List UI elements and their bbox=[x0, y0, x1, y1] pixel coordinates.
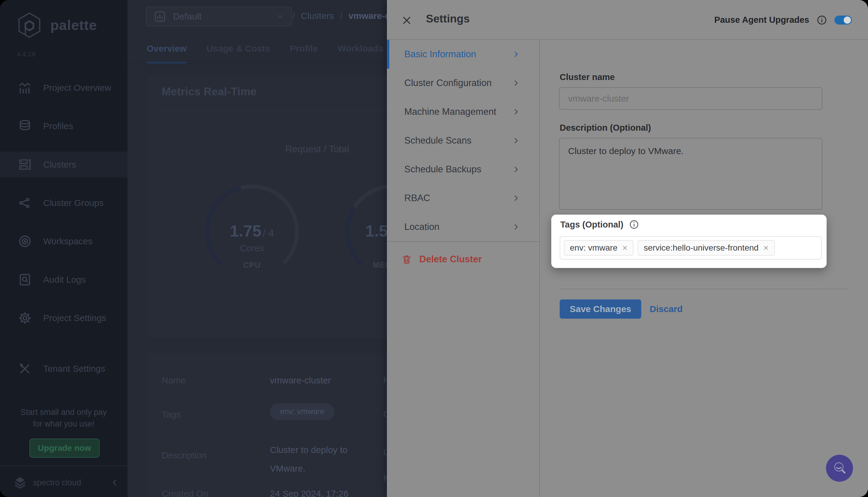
nodes-icon bbox=[18, 196, 32, 210]
pause-agent-upgrades-toggle[interactable] bbox=[835, 16, 852, 25]
tag-chip-text: env: vmware bbox=[570, 243, 618, 253]
sidebar-item-cluster-groups[interactable]: Cluster Groups bbox=[0, 190, 127, 216]
toggle-knob bbox=[844, 16, 851, 24]
sidebar-item-project-settings[interactable]: Project Settings bbox=[0, 305, 127, 331]
tab-profile[interactable]: Profile bbox=[290, 36, 318, 63]
settings-menu-basic-information[interactable]: Basic Information bbox=[387, 40, 539, 69]
sidebar-nav: Project Overview Profiles Clusters Clust… bbox=[0, 75, 127, 394]
tags-label: Tags (Optional) bbox=[560, 220, 624, 230]
tag-chip: service:hello-universe-frontend × bbox=[638, 240, 774, 256]
info-icon[interactable] bbox=[629, 219, 639, 230]
settings-menu-label: Schedule Backups bbox=[404, 164, 481, 175]
collapse-sidebar-icon[interactable] bbox=[110, 478, 120, 488]
settings-menu-schedule-backups[interactable]: Schedule Backups bbox=[387, 155, 539, 184]
settings-menu: Basic Information Cluster Configuration … bbox=[387, 40, 540, 497]
main-content: Default / Clusters / vmware-cluster Over… bbox=[127, 0, 387, 497]
project-selector[interactable]: Default bbox=[146, 6, 292, 26]
remove-tag-icon[interactable]: × bbox=[763, 243, 769, 252]
chevron-right-icon bbox=[512, 194, 521, 203]
sidebar-item-label: Cluster Groups bbox=[43, 198, 104, 208]
close-icon[interactable] bbox=[401, 14, 413, 26]
help-search-fab[interactable] bbox=[826, 455, 853, 482]
detail-label-description: Description bbox=[162, 450, 207, 460]
settings-header: Settings Pause Agent Upgrades bbox=[387, 0, 868, 40]
tab-overview[interactable]: Overview bbox=[147, 36, 186, 63]
palette-logo-icon bbox=[16, 11, 43, 39]
detail-value-name: vmware-cluster bbox=[270, 375, 331, 385]
sidebar-item-audit-logs[interactable]: Audit Logs bbox=[0, 267, 127, 293]
remove-tag-icon[interactable]: × bbox=[622, 243, 628, 252]
trash-icon bbox=[401, 254, 412, 265]
description-label: Description (Optional) bbox=[560, 123, 651, 133]
tab-workloads[interactable]: Workloads bbox=[338, 36, 383, 63]
settings-menu-label: Basic Information bbox=[404, 49, 476, 60]
sidebar-item-label: Audit Logs bbox=[43, 274, 86, 285]
settings-title: Settings bbox=[426, 13, 470, 25]
bar-chart-icon bbox=[18, 81, 32, 95]
chevron-right-icon bbox=[512, 223, 521, 231]
cluster-name-input bbox=[559, 87, 822, 110]
info-icon[interactable] bbox=[816, 15, 827, 26]
database-icon bbox=[18, 119, 32, 133]
breadcrumb-link-clusters[interactable]: Clusters bbox=[301, 11, 334, 21]
brand-name: palette bbox=[51, 17, 97, 33]
tags-spotlight: Tags (Optional) env: vmware × service:he… bbox=[551, 215, 827, 268]
metrics-divider bbox=[157, 111, 387, 112]
brand-logo: palette bbox=[16, 11, 97, 39]
settings-menu-label: Cluster Configuration bbox=[404, 77, 492, 88]
pause-agent-upgrades-label: Pause Agent Upgrades bbox=[714, 15, 809, 25]
sidebar-item-label: Profiles bbox=[43, 121, 73, 131]
breadcrumb-separator: / bbox=[340, 11, 342, 21]
sidebar-item-workspaces[interactable]: Workspaces bbox=[0, 228, 127, 254]
metrics-title: Metrics Real-Time bbox=[162, 85, 256, 98]
breadcrumb: / Clusters / vmware-cluster bbox=[292, 11, 387, 21]
project-icon bbox=[153, 10, 166, 23]
sidebar-item-label: Clusters bbox=[43, 159, 76, 170]
discard-button[interactable]: Discard bbox=[650, 304, 683, 314]
detail-value-description: Cluster to deploy to VMware. bbox=[270, 441, 384, 478]
settings-menu-rbac[interactable]: RBAC bbox=[387, 184, 539, 213]
chevron-right-icon bbox=[512, 79, 521, 87]
tags-header: Tags (Optional) bbox=[560, 219, 639, 230]
sidebar-item-project-overview[interactable]: Project Overview bbox=[0, 75, 127, 101]
spectro-cloud-label: spectro cloud bbox=[33, 478, 103, 487]
clipped-column-label: K bbox=[383, 473, 387, 483]
chevron-right-icon bbox=[512, 165, 521, 174]
detail-label-tags: Tags bbox=[162, 410, 181, 420]
settings-menu-location[interactable]: Location bbox=[387, 213, 539, 241]
settings-menu-machine-management[interactable]: Machine Management bbox=[387, 97, 539, 126]
clipped-column-label: C bbox=[383, 409, 387, 419]
form-divider bbox=[559, 289, 849, 289]
delete-cluster-button[interactable]: Delete Cluster bbox=[387, 247, 539, 271]
upgrade-now-button[interactable]: Upgrade now bbox=[29, 439, 100, 458]
form-actions: Save Changes Discard bbox=[560, 299, 683, 318]
settings-menu-cluster-configuration[interactable]: Cluster Configuration bbox=[387, 69, 539, 97]
metrics-card: Metrics Real-Time Request / Total 1.75 /… bbox=[148, 75, 387, 338]
settings-menu-schedule-scans[interactable]: Schedule Scans bbox=[387, 126, 539, 155]
cpu-gauge-label: CPU bbox=[201, 260, 303, 270]
settings-menu-divider bbox=[387, 241, 539, 242]
breadcrumb-separator: / bbox=[292, 11, 295, 21]
settings-menu-label: Schedule Scans bbox=[404, 135, 472, 146]
description-textarea[interactable]: Cluster to deploy to VMware. bbox=[559, 138, 822, 210]
sidebar-item-label: Tenant Settings bbox=[43, 364, 105, 374]
tags-input[interactable]: env: vmware × service:hello-universe-fro… bbox=[560, 236, 822, 259]
sidebar-item-label: Project Overview bbox=[43, 83, 111, 93]
memory-gauge-value: 1.57 bbox=[365, 222, 387, 240]
sidebar-item-clusters[interactable]: Clusters bbox=[0, 152, 127, 178]
cluster-details-card: Name vmware-cluster Tags env: vmware Des… bbox=[148, 353, 387, 497]
app-window: palette 4.4.19 Project Overview Profiles… bbox=[0, 0, 868, 497]
clipped-column-label: H bbox=[383, 375, 387, 385]
clipped-column-label: U bbox=[383, 447, 387, 457]
save-changes-button[interactable]: Save Changes bbox=[560, 299, 641, 318]
pause-agent-upgrades-control: Pause Agent Upgrades bbox=[714, 0, 852, 40]
detail-label-name: Name bbox=[162, 375, 186, 385]
upgrade-promo-text: Start small and only pay for what you us… bbox=[0, 407, 127, 430]
tab-usage-costs[interactable]: Usage & Costs bbox=[206, 36, 270, 63]
sidebar-item-profiles[interactable]: Profiles bbox=[0, 113, 127, 139]
sidebar-item-tenant-settings[interactable]: Tenant Settings bbox=[0, 356, 127, 382]
search-icon bbox=[832, 460, 847, 476]
cpu-gauge-value: 1.75 / 4 bbox=[201, 222, 303, 240]
cpu-gauge-unit: Cores bbox=[201, 243, 303, 253]
memory-gauge-label: MEMORY bbox=[373, 260, 387, 270]
